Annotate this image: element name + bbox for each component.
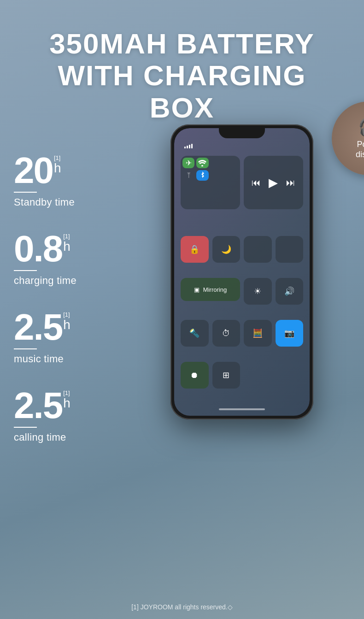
do-not-disturb-button[interactable]: 🌙: [212, 236, 241, 263]
phone-screen: ✈ ⤒: [174, 128, 310, 416]
wifi-button[interactable]: [196, 158, 208, 168]
stat-standby-ref: [1]: [54, 155, 60, 161]
stat-calling-number: 2.5: [14, 387, 62, 424]
stat-calling-label: calling time: [14, 431, 66, 443]
bluetooth-button[interactable]: [196, 170, 208, 181]
play-icon[interactable]: ▶: [269, 176, 278, 190]
mirroring-label: Mirroring: [203, 286, 227, 293]
utility-button-1[interactable]: [244, 236, 272, 263]
mirroring-icon: ▣: [194, 286, 200, 293]
flashlight-button[interactable]: 🔦: [181, 320, 209, 347]
stat-charging-ref: [1]: [63, 233, 70, 239]
stat-music-ref: [1]: [63, 312, 70, 318]
camera-button[interactable]: 📷: [276, 320, 304, 347]
stat-charging-number: 0.8: [14, 230, 62, 267]
volume-control[interactable]: 🔊: [276, 278, 304, 305]
home-indicator: [219, 408, 265, 410]
status-bar: [179, 142, 305, 150]
svg-point-0: [201, 165, 203, 166]
stat-standby-label: Standby time: [14, 196, 75, 208]
media-controls: ⏮ ▶ ⏭: [244, 156, 303, 209]
connectivity-block: ✈ ⤒: [181, 156, 240, 209]
stat-calling: 2.5 [1] h calling time: [14, 387, 76, 443]
main-title: 350MAH BATTERY WITH CHARGING BOX: [0, 18, 364, 128]
stat-charging: 0.8 [1] h charging time: [14, 230, 76, 287]
signal-icon: [184, 144, 193, 148]
stat-music-unit: h: [63, 318, 70, 331]
control-center-screen: ✈ ⤒: [174, 128, 310, 416]
stat-charging-unit: h: [63, 240, 70, 253]
stat-charging-label: charging time: [14, 275, 76, 286]
stat-standby-number: 20: [14, 152, 53, 189]
utility-button-2[interactable]: [276, 236, 304, 263]
stat-standby-divider: [14, 192, 37, 193]
stat-calling-ref: [1]: [63, 390, 70, 396]
brightness-control[interactable]: ☀: [244, 278, 272, 305]
cc-grid: ✈ ⤒: [179, 154, 305, 402]
stat-standby: 20 [1] h Standby time: [14, 152, 76, 208]
phone-container: 🎧 Power display: [157, 115, 364, 553]
mirroring-button[interactable]: ▣ Mirroring: [181, 278, 240, 301]
stat-standby-unit: h: [54, 162, 61, 175]
phone-frame: ✈ ⤒: [170, 124, 313, 419]
page-container: 350MAH BATTERY WITH CHARGING BOX 20 [1] …: [0, 0, 364, 619]
airplane-mode-button[interactable]: ✈: [182, 158, 194, 168]
headphones-battery-icon: 🎧: [358, 117, 364, 137]
stat-music-label: music time: [14, 353, 64, 365]
footer-text: [1] JOYROOM all rights reserved.◇: [0, 603, 364, 611]
qr-scan-button[interactable]: ⊞: [212, 362, 241, 389]
stat-music-number: 2.5: [14, 309, 62, 346]
airplay-button[interactable]: ⤒: [182, 170, 194, 181]
stat-calling-unit: h: [63, 397, 70, 410]
screen-record-button[interactable]: ⏺: [181, 362, 209, 389]
power-display-label: Power display: [356, 140, 364, 159]
fast-forward-icon[interactable]: ⏭: [286, 177, 295, 188]
screen-lock-button[interactable]: 🔒: [181, 236, 209, 263]
phone-notch: [219, 128, 265, 138]
stat-music: 2.5 [1] h music time: [14, 309, 76, 365]
stats-section: 20 [1] h Standby time 0.8 [1] h charging…: [14, 152, 76, 466]
stat-calling-divider: [14, 427, 37, 428]
stat-music-divider: [14, 348, 37, 349]
stat-charging-divider: [14, 270, 37, 271]
calculator-button[interactable]: 🧮: [244, 320, 272, 347]
timer-button[interactable]: ⏱: [212, 320, 241, 347]
control-center: ✈ ⤒: [179, 142, 305, 402]
rewind-icon[interactable]: ⏮: [252, 177, 261, 188]
